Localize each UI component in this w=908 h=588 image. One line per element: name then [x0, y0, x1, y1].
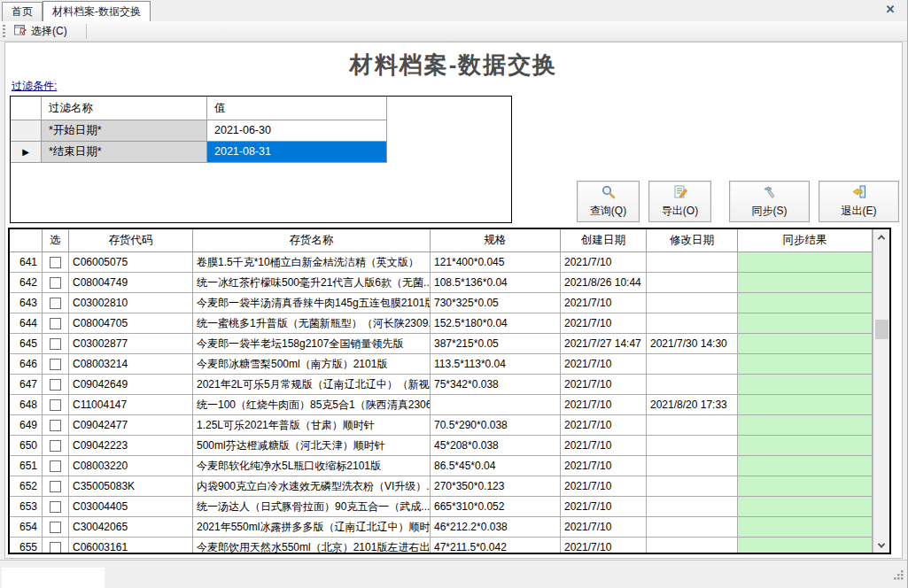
table-row[interactable]: 655 C06003161 今麦郎饮用天然水550ml（北京）2101版左进右出… — [10, 538, 873, 553]
scrollbar-thumb[interactable] — [875, 320, 889, 339]
tab-home[interactable]: 首页 — [2, 2, 43, 21]
filter-value-cell[interactable]: 2021-06-30 — [207, 120, 387, 142]
header-created-date[interactable]: 创建日期 — [561, 229, 647, 252]
row-checkbox[interactable] — [50, 298, 61, 309]
cell-sync-result — [738, 476, 873, 497]
header-sync-result[interactable]: 同步结果 — [738, 229, 873, 252]
cell-inventory-name: 2021年550ml冰露拼多多版（辽南辽北辽中）顺时针 — [193, 517, 431, 538]
row-checkbox[interactable] — [50, 481, 61, 492]
cell-created-date: 2021/7/10 — [561, 293, 647, 313]
cell-created-date: 2021/7/10 — [561, 313, 647, 334]
table-row[interactable]: 642 C08004749 统一冰红茶柠檬味500毫升21代言人版6款（无菌..… — [10, 273, 873, 293]
toolbar-separator — [86, 24, 87, 39]
toolbar: 选择(C) — [0, 21, 908, 42]
table-row[interactable]: 650 C09042223 500ml芬达橙减糖版（河北天津）顺时针 45*20… — [10, 436, 873, 456]
table-row[interactable]: 653 C03004405 统一汤达人（日式豚骨拉面）90克五合一（武成... … — [10, 497, 873, 517]
cell-sync-result — [738, 293, 873, 313]
filter-row-start-date[interactable]: *开始日期* 2021-06-30 — [11, 120, 387, 142]
cell-row-number: 647 — [10, 375, 43, 395]
scroll-down-icon[interactable] — [873, 538, 889, 553]
filter-value-cell-selected[interactable]: 2021-08-31 — [207, 142, 387, 163]
close-icon[interactable]: ✕ — [883, 3, 897, 17]
row-checkbox[interactable] — [50, 257, 61, 268]
cell-row-number: 648 — [10, 395, 43, 415]
table-row[interactable]: 649 C09042477 1.25L可乐2021年普版（甘肃）顺时针 70.5… — [10, 415, 873, 436]
cell-inventory-name: 今麦郎一袋半老坛158g2107全国销量领先版 — [193, 334, 431, 354]
cell-select — [43, 456, 69, 476]
table-row[interactable]: 645 C03002877 今麦郎一袋半老坛158g2107全国销量领先版 38… — [10, 334, 873, 354]
cell-spec: 46*212.2*0.038 — [431, 517, 561, 538]
cell-created-date: 2021/7/10 — [561, 436, 647, 456]
table-row[interactable]: 644 C08004705 统一蜜桃多1升普版（无菌新瓶型）（河长陕2309..… — [10, 313, 873, 334]
cell-created-date: 2021/7/10 — [561, 415, 647, 436]
cell-inventory-code: C08003214 — [69, 354, 193, 375]
table-row[interactable]: 652 C35005083K 内袋900克立白冷水速效无磷型洗衣粉（VI升级）.… — [10, 476, 873, 497]
cell-inventory-name: 统一100（红烧牛肉面）85克5合1（陕西清真2306... — [193, 395, 431, 415]
row-checkbox[interactable] — [50, 338, 61, 350]
sync-button[interactable]: 同步(S) — [729, 181, 810, 222]
filter-grid: 过滤名称 值 *开始日期* 2021-06-30 ▶ *结束日期* 2021-0… — [10, 96, 512, 223]
cell-modified-date — [647, 415, 738, 436]
cell-sync-result — [738, 497, 873, 517]
row-checkbox[interactable] — [50, 318, 61, 329]
cell-created-date: 2021/7/10 — [561, 252, 647, 273]
row-checkbox[interactable] — [50, 542, 61, 553]
query-button[interactable]: 查询(Q) — [577, 181, 640, 222]
exit-button-label: 退出(E) — [842, 204, 877, 219]
cell-sync-result — [738, 273, 873, 293]
table-row[interactable]: 648 C11004147 统一100（红烧牛肉面）85克5合1（陕西清真230… — [10, 395, 873, 415]
table-row[interactable]: 654 C30042065 2021年550ml冰露拼多多版（辽南辽北辽中）顺时… — [10, 517, 873, 538]
header-modified-date[interactable]: 修改日期 — [647, 229, 738, 252]
sync-button-label: 同步(S) — [752, 204, 788, 219]
row-indicator — [11, 120, 42, 142]
form-select-icon — [13, 23, 27, 40]
filter-name-header: 过滤名称 — [42, 97, 207, 120]
table-row[interactable]: 647 C09042649 2021年2L可乐5月常规版（辽南辽北辽中）（新视.… — [10, 375, 873, 395]
cell-row-number: 653 — [10, 497, 43, 517]
table-row[interactable]: 646 C08003214 今麦郎冰糖雪梨500ml（南方版）2101版 113… — [10, 354, 873, 375]
exit-button[interactable]: 退出(E) — [819, 181, 899, 222]
export-icon — [672, 184, 688, 203]
cell-spec: 730*325*0.05 — [431, 293, 561, 313]
resize-grip-icon[interactable] — [892, 569, 904, 584]
cell-spec: 86.5*45*0.04 — [431, 456, 561, 476]
toolbar-drag-handle[interactable] — [3, 25, 5, 38]
cell-row-number: 642 — [10, 273, 43, 293]
header-inventory-code[interactable]: 存货代码 — [69, 229, 193, 252]
export-button[interactable]: 导出(O) — [648, 181, 711, 222]
row-checkbox[interactable] — [50, 501, 61, 513]
row-checkbox[interactable] — [50, 399, 61, 411]
cell-row-number: 654 — [10, 517, 43, 538]
cell-created-date: 2021/7/10 — [561, 497, 647, 517]
tab-material-data-exchange[interactable]: 材料档案-数据交换 — [43, 1, 151, 21]
filter-row-end-date[interactable]: ▶ *结束日期* 2021-08-31 — [11, 142, 387, 163]
header-select[interactable]: 选 — [43, 229, 69, 252]
cell-row-number: 650 — [10, 436, 43, 456]
row-checkbox[interactable] — [50, 522, 61, 533]
cell-modified-date — [647, 273, 738, 293]
scroll-up-icon[interactable] — [873, 229, 889, 244]
row-checkbox[interactable] — [50, 277, 61, 289]
cell-inventory-code: C06005075 — [69, 252, 193, 273]
table-row[interactable]: 641 C06005075 卷膜1.5千克*10桶立白新金桔洗洁精（英文版） 1… — [10, 252, 873, 273]
cell-row-number: 655 — [10, 538, 43, 553]
cell-inventory-name: 500ml芬达橙减糖版（河北天津）顺时针 — [193, 436, 431, 456]
row-checkbox[interactable] — [50, 460, 61, 472]
table-row[interactable]: 643 C03002810 今麦郎一袋半汤清真香辣牛肉145g五连包膜2101版… — [10, 293, 873, 313]
select-button[interactable]: 选择(C) — [9, 22, 72, 40]
row-checkbox[interactable] — [50, 359, 61, 370]
row-checkbox[interactable] — [50, 440, 61, 452]
cell-modified-date — [647, 252, 738, 273]
row-checkbox[interactable] — [50, 420, 61, 431]
table-row[interactable]: 651 C08003220 今麦郎软化纯净水5L瓶口收缩标2101版 86.5*… — [10, 456, 873, 476]
row-checkbox[interactable] — [50, 379, 61, 391]
status-field — [2, 568, 105, 588]
header-inventory-name[interactable]: 存货名称 — [193, 229, 431, 252]
cell-spec: 387*215*0.05 — [431, 334, 561, 354]
cell-modified-date — [647, 497, 738, 517]
cell-select — [43, 538, 69, 553]
header-spec[interactable]: 规格 — [431, 229, 561, 252]
filter-indicator-header — [11, 97, 42, 120]
vertical-scrollbar[interactable] — [873, 229, 889, 553]
cell-select — [43, 293, 69, 313]
